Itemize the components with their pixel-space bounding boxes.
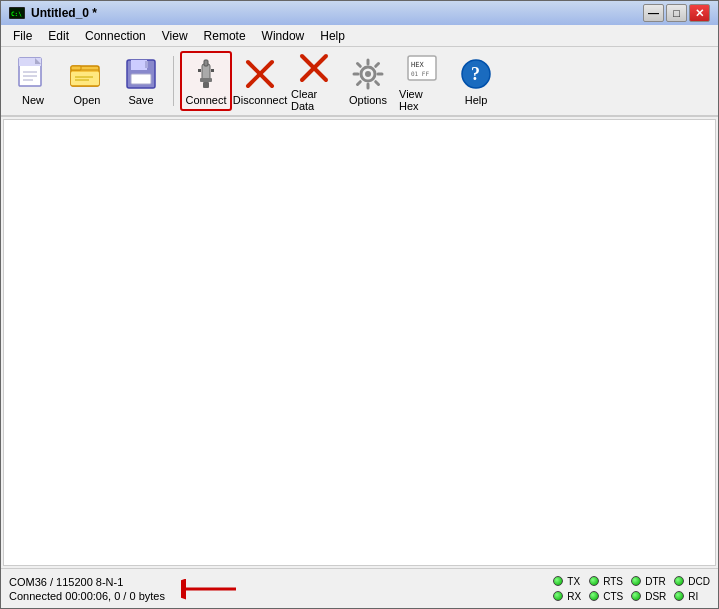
tx-rx-group: TX RX bbox=[553, 576, 581, 602]
status-info: COM36 / 115200 8-N-1 Connected 00:00:06,… bbox=[9, 576, 165, 602]
dtr-led bbox=[631, 576, 641, 586]
new-button[interactable]: New bbox=[7, 51, 59, 111]
rts-label: RTS bbox=[603, 576, 623, 587]
dcd-label: DCD bbox=[688, 576, 710, 587]
options-icon bbox=[350, 56, 386, 92]
status-line2: Connected 00:00:06, 0 / 0 bytes bbox=[9, 590, 165, 602]
dtr-indicator: DTR bbox=[631, 576, 666, 587]
options-button[interactable]: Options bbox=[342, 51, 394, 111]
main-window: C:\ Untitled_0 * — □ ✕ File Edit Connect… bbox=[0, 0, 719, 609]
save-label: Save bbox=[128, 94, 153, 106]
rts-indicator: RTS bbox=[589, 576, 623, 587]
rts-cts-group: RTS CTS bbox=[589, 576, 623, 602]
svg-point-30 bbox=[365, 71, 371, 77]
ri-indicator: RI bbox=[674, 591, 710, 602]
open-icon bbox=[69, 56, 105, 92]
new-label: New bbox=[22, 94, 44, 106]
svg-text:C:\: C:\ bbox=[11, 10, 22, 17]
status-line1: COM36 / 115200 8-N-1 bbox=[9, 576, 165, 588]
status-bar: COM36 / 115200 8-N-1 Connected 00:00:06,… bbox=[1, 568, 718, 608]
svg-text:01 FF: 01 FF bbox=[411, 70, 429, 77]
toolbar-separator-1 bbox=[173, 56, 174, 106]
cts-indicator: CTS bbox=[589, 591, 623, 602]
svg-rect-11 bbox=[71, 66, 81, 70]
options-label: Options bbox=[349, 94, 387, 106]
disconnect-label: Disconnect bbox=[233, 94, 287, 106]
open-button[interactable]: Open bbox=[61, 51, 113, 111]
menu-bar: File Edit Connection View Remote Window … bbox=[1, 25, 718, 47]
cts-label: CTS bbox=[603, 591, 623, 602]
svg-text:HEX: HEX bbox=[411, 61, 424, 69]
menu-edit[interactable]: Edit bbox=[40, 27, 77, 45]
menu-view[interactable]: View bbox=[154, 27, 196, 45]
maximize-button[interactable]: □ bbox=[666, 4, 687, 22]
tx-indicator: TX bbox=[553, 576, 581, 587]
menu-help[interactable]: Help bbox=[312, 27, 353, 45]
minimize-button[interactable]: — bbox=[643, 4, 664, 22]
connect-icon bbox=[188, 56, 224, 92]
title-bar: C:\ Untitled_0 * — □ ✕ bbox=[1, 1, 718, 25]
menu-remote[interactable]: Remote bbox=[196, 27, 254, 45]
clear-icon bbox=[296, 50, 332, 86]
help-button[interactable]: ? Help bbox=[450, 51, 502, 111]
svg-rect-23 bbox=[198, 69, 201, 72]
dsr-indicator: DSR bbox=[631, 591, 666, 602]
ri-led bbox=[674, 591, 684, 601]
disconnect-icon bbox=[242, 56, 278, 92]
svg-rect-20 bbox=[204, 60, 208, 66]
tx-led bbox=[553, 576, 563, 586]
cts-led bbox=[589, 591, 599, 601]
open-label: Open bbox=[74, 94, 101, 106]
svg-rect-12 bbox=[71, 72, 99, 85]
view-hex-label: View Hex bbox=[399, 88, 445, 112]
svg-line-36 bbox=[376, 82, 379, 85]
svg-rect-16 bbox=[131, 60, 147, 70]
svg-line-35 bbox=[358, 64, 361, 67]
title-controls: — □ ✕ bbox=[643, 4, 710, 22]
svg-rect-18 bbox=[145, 61, 148, 68]
hex-icon: HEX 01 FF bbox=[404, 50, 440, 86]
status-indicators: TX RX RTS CTS DT bbox=[553, 576, 710, 602]
content-area[interactable] bbox=[3, 119, 716, 566]
new-icon bbox=[15, 56, 51, 92]
rts-led bbox=[589, 576, 599, 586]
ri-label: RI bbox=[688, 591, 698, 602]
menu-connection[interactable]: Connection bbox=[77, 27, 154, 45]
dcd-led bbox=[674, 576, 684, 586]
disconnect-button[interactable]: Disconnect bbox=[234, 51, 286, 111]
svg-rect-17 bbox=[131, 74, 151, 84]
rx-indicator: RX bbox=[553, 591, 581, 602]
view-hex-button[interactable]: HEX 01 FF View Hex bbox=[396, 51, 448, 111]
tx-label: TX bbox=[567, 576, 580, 587]
clear-data-button[interactable]: Clear Data bbox=[288, 51, 340, 111]
app-icon: C:\ bbox=[9, 5, 25, 21]
menu-file[interactable]: File bbox=[5, 27, 40, 45]
svg-line-38 bbox=[358, 82, 361, 85]
dtr-dsr-group: DTR DSR bbox=[631, 576, 666, 602]
toolbar: New Open bbox=[1, 47, 718, 117]
dtr-label: DTR bbox=[645, 576, 666, 587]
dcd-ri-group: DCD RI bbox=[674, 576, 710, 602]
dsr-label: DSR bbox=[645, 591, 666, 602]
svg-line-37 bbox=[376, 64, 379, 67]
svg-text:?: ? bbox=[471, 64, 480, 84]
dcd-indicator: DCD bbox=[674, 576, 710, 587]
clear-data-label: Clear Data bbox=[291, 88, 337, 112]
connect-button[interactable]: Connect bbox=[180, 51, 232, 111]
save-button[interactable]: Save bbox=[115, 51, 167, 111]
svg-rect-24 bbox=[211, 69, 214, 72]
title-bar-text: C:\ Untitled_0 * bbox=[9, 5, 97, 21]
help-label: Help bbox=[465, 94, 488, 106]
arrow-icon bbox=[181, 574, 241, 604]
rx-label: RX bbox=[567, 591, 581, 602]
svg-rect-22 bbox=[203, 82, 209, 88]
rx-led bbox=[553, 591, 563, 601]
dsr-led bbox=[631, 591, 641, 601]
connect-label: Connect bbox=[186, 94, 227, 106]
close-button[interactable]: ✕ bbox=[689, 4, 710, 22]
window-title: Untitled_0 * bbox=[31, 6, 97, 20]
svg-rect-21 bbox=[200, 78, 212, 82]
menu-window[interactable]: Window bbox=[254, 27, 313, 45]
status-arrow bbox=[181, 574, 241, 604]
help-icon: ? bbox=[458, 56, 494, 92]
